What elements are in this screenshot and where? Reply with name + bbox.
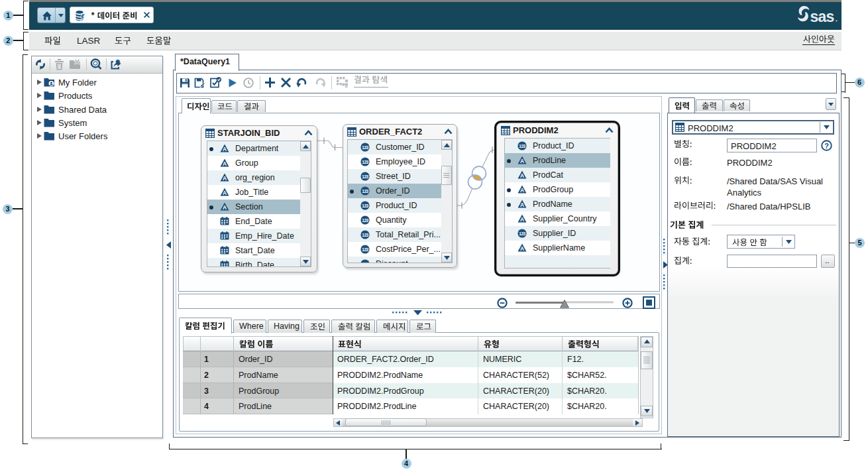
svg-text:123: 123 [519, 144, 525, 148]
svg-text:A: A [223, 146, 227, 152]
svg-text:123: 123 [519, 231, 525, 236]
svg-text:123: 123 [362, 218, 368, 223]
svg-text:123: 123 [362, 145, 368, 150]
svg-text:123: 123 [362, 189, 368, 194]
svg-text:123: 123 [362, 204, 368, 208]
svg-text:A: A [520, 216, 524, 223]
svg-text:A: A [520, 158, 524, 164]
svg-text:A: A [223, 204, 227, 211]
svg-text:sas: sas [810, 8, 834, 25]
svg-text:A: A [223, 175, 227, 182]
svg-text:A: A [223, 190, 227, 196]
svg-text:123: 123 [362, 262, 368, 263]
svg-text:123: 123 [362, 233, 368, 237]
svg-text:123: 123 [362, 174, 368, 179]
svg-text:123: 123 [362, 247, 368, 252]
svg-text:A: A [520, 172, 524, 179]
svg-text:A: A [520, 202, 524, 208]
svg-text:A: A [520, 245, 524, 252]
svg-text:123: 123 [362, 160, 368, 164]
svg-text:A: A [520, 187, 524, 194]
svg-text:?: ? [824, 142, 829, 150]
svg-text:A: A [223, 160, 227, 167]
